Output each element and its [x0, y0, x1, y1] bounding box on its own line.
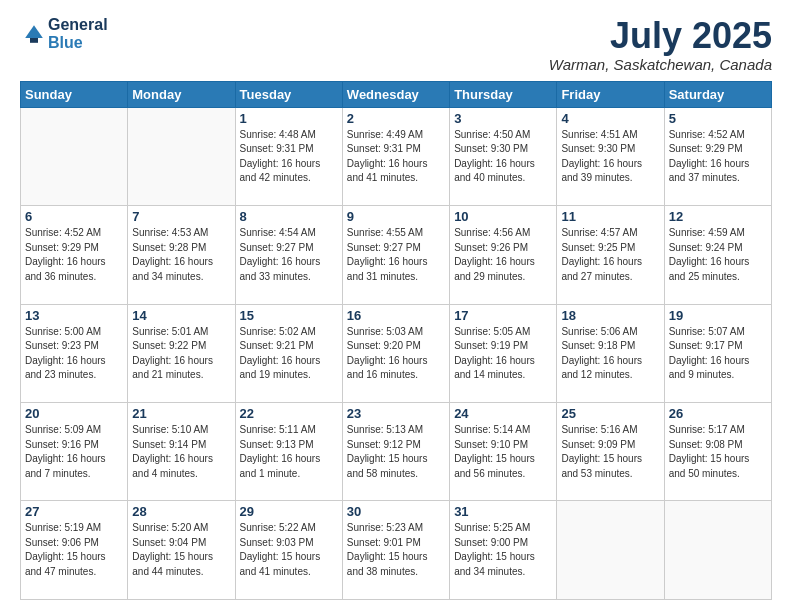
col-monday: Monday: [128, 81, 235, 107]
cell-info: Sunrise: 4:51 AM Sunset: 9:30 PM Dayligh…: [561, 128, 659, 186]
cell-info: Sunrise: 4:52 AM Sunset: 9:29 PM Dayligh…: [25, 226, 123, 284]
calendar-week-row: 1Sunrise: 4:48 AM Sunset: 9:31 PM Daylig…: [21, 107, 772, 205]
logo: General Blue: [20, 16, 108, 51]
day-number: 5: [669, 111, 767, 126]
calendar-header-row: Sunday Monday Tuesday Wednesday Thursday…: [21, 81, 772, 107]
day-number: 18: [561, 308, 659, 323]
table-row: 10Sunrise: 4:56 AM Sunset: 9:26 PM Dayli…: [450, 206, 557, 304]
cell-info: Sunrise: 5:19 AM Sunset: 9:06 PM Dayligh…: [25, 521, 123, 579]
col-sunday: Sunday: [21, 81, 128, 107]
col-thursday: Thursday: [450, 81, 557, 107]
title-block: July 2025 Warman, Saskatchewan, Canada: [549, 16, 772, 73]
logo-general-text: General: [48, 16, 108, 34]
table-row: 3Sunrise: 4:50 AM Sunset: 9:30 PM Daylig…: [450, 107, 557, 205]
day-number: 1: [240, 111, 338, 126]
table-row: [557, 501, 664, 600]
logo-icon: [22, 22, 46, 46]
cell-info: Sunrise: 4:55 AM Sunset: 9:27 PM Dayligh…: [347, 226, 445, 284]
table-row: 7Sunrise: 4:53 AM Sunset: 9:28 PM Daylig…: [128, 206, 235, 304]
cell-info: Sunrise: 4:50 AM Sunset: 9:30 PM Dayligh…: [454, 128, 552, 186]
table-row: 27Sunrise: 5:19 AM Sunset: 9:06 PM Dayli…: [21, 501, 128, 600]
day-number: 8: [240, 209, 338, 224]
table-row: 15Sunrise: 5:02 AM Sunset: 9:21 PM Dayli…: [235, 304, 342, 402]
cell-info: Sunrise: 5:09 AM Sunset: 9:16 PM Dayligh…: [25, 423, 123, 481]
cell-info: Sunrise: 5:06 AM Sunset: 9:18 PM Dayligh…: [561, 325, 659, 383]
day-number: 14: [132, 308, 230, 323]
svg-rect-1: [30, 38, 38, 43]
cell-info: Sunrise: 5:00 AM Sunset: 9:23 PM Dayligh…: [25, 325, 123, 383]
cell-info: Sunrise: 5:16 AM Sunset: 9:09 PM Dayligh…: [561, 423, 659, 481]
col-tuesday: Tuesday: [235, 81, 342, 107]
day-number: 15: [240, 308, 338, 323]
table-row: [128, 107, 235, 205]
header: General Blue July 2025 Warman, Saskatche…: [20, 16, 772, 73]
table-row: 28Sunrise: 5:20 AM Sunset: 9:04 PM Dayli…: [128, 501, 235, 600]
day-number: 22: [240, 406, 338, 421]
day-number: 27: [25, 504, 123, 519]
cell-info: Sunrise: 5:23 AM Sunset: 9:01 PM Dayligh…: [347, 521, 445, 579]
day-number: 9: [347, 209, 445, 224]
calendar-page: General Blue July 2025 Warman, Saskatche…: [0, 0, 792, 612]
table-row: 16Sunrise: 5:03 AM Sunset: 9:20 PM Dayli…: [342, 304, 449, 402]
cell-info: Sunrise: 5:17 AM Sunset: 9:08 PM Dayligh…: [669, 423, 767, 481]
logo-blue-text: Blue: [48, 34, 108, 52]
day-number: 21: [132, 406, 230, 421]
table-row: 26Sunrise: 5:17 AM Sunset: 9:08 PM Dayli…: [664, 403, 771, 501]
day-number: 31: [454, 504, 552, 519]
day-number: 24: [454, 406, 552, 421]
day-number: 16: [347, 308, 445, 323]
day-number: 10: [454, 209, 552, 224]
cell-info: Sunrise: 5:25 AM Sunset: 9:00 PM Dayligh…: [454, 521, 552, 579]
table-row: 30Sunrise: 5:23 AM Sunset: 9:01 PM Dayli…: [342, 501, 449, 600]
col-wednesday: Wednesday: [342, 81, 449, 107]
table-row: 21Sunrise: 5:10 AM Sunset: 9:14 PM Dayli…: [128, 403, 235, 501]
calendar-week-row: 20Sunrise: 5:09 AM Sunset: 9:16 PM Dayli…: [21, 403, 772, 501]
day-number: 20: [25, 406, 123, 421]
table-row: 11Sunrise: 4:57 AM Sunset: 9:25 PM Dayli…: [557, 206, 664, 304]
day-number: 28: [132, 504, 230, 519]
table-row: 29Sunrise: 5:22 AM Sunset: 9:03 PM Dayli…: [235, 501, 342, 600]
table-row: 25Sunrise: 5:16 AM Sunset: 9:09 PM Dayli…: [557, 403, 664, 501]
cell-info: Sunrise: 5:13 AM Sunset: 9:12 PM Dayligh…: [347, 423, 445, 481]
location: Warman, Saskatchewan, Canada: [549, 56, 772, 73]
cell-info: Sunrise: 4:53 AM Sunset: 9:28 PM Dayligh…: [132, 226, 230, 284]
cell-info: Sunrise: 5:22 AM Sunset: 9:03 PM Dayligh…: [240, 521, 338, 579]
day-number: 29: [240, 504, 338, 519]
table-row: 12Sunrise: 4:59 AM Sunset: 9:24 PM Dayli…: [664, 206, 771, 304]
cell-info: Sunrise: 5:01 AM Sunset: 9:22 PM Dayligh…: [132, 325, 230, 383]
cell-info: Sunrise: 4:57 AM Sunset: 9:25 PM Dayligh…: [561, 226, 659, 284]
cell-info: Sunrise: 4:59 AM Sunset: 9:24 PM Dayligh…: [669, 226, 767, 284]
calendar-week-row: 6Sunrise: 4:52 AM Sunset: 9:29 PM Daylig…: [21, 206, 772, 304]
cell-info: Sunrise: 5:20 AM Sunset: 9:04 PM Dayligh…: [132, 521, 230, 579]
day-number: 19: [669, 308, 767, 323]
table-row: 31Sunrise: 5:25 AM Sunset: 9:00 PM Dayli…: [450, 501, 557, 600]
day-number: 23: [347, 406, 445, 421]
col-friday: Friday: [557, 81, 664, 107]
table-row: 5Sunrise: 4:52 AM Sunset: 9:29 PM Daylig…: [664, 107, 771, 205]
day-number: 2: [347, 111, 445, 126]
day-number: 30: [347, 504, 445, 519]
table-row: [21, 107, 128, 205]
table-row: 19Sunrise: 5:07 AM Sunset: 9:17 PM Dayli…: [664, 304, 771, 402]
day-number: 13: [25, 308, 123, 323]
table-row: 17Sunrise: 5:05 AM Sunset: 9:19 PM Dayli…: [450, 304, 557, 402]
table-row: 13Sunrise: 5:00 AM Sunset: 9:23 PM Dayli…: [21, 304, 128, 402]
table-row: 23Sunrise: 5:13 AM Sunset: 9:12 PM Dayli…: [342, 403, 449, 501]
table-row: 4Sunrise: 4:51 AM Sunset: 9:30 PM Daylig…: [557, 107, 664, 205]
table-row: 24Sunrise: 5:14 AM Sunset: 9:10 PM Dayli…: [450, 403, 557, 501]
day-number: 17: [454, 308, 552, 323]
table-row: 22Sunrise: 5:11 AM Sunset: 9:13 PM Dayli…: [235, 403, 342, 501]
calendar-week-row: 27Sunrise: 5:19 AM Sunset: 9:06 PM Dayli…: [21, 501, 772, 600]
calendar-week-row: 13Sunrise: 5:00 AM Sunset: 9:23 PM Dayli…: [21, 304, 772, 402]
table-row: 20Sunrise: 5:09 AM Sunset: 9:16 PM Dayli…: [21, 403, 128, 501]
cell-info: Sunrise: 5:05 AM Sunset: 9:19 PM Dayligh…: [454, 325, 552, 383]
logo-text: General Blue: [48, 16, 108, 51]
cell-info: Sunrise: 5:03 AM Sunset: 9:20 PM Dayligh…: [347, 325, 445, 383]
day-number: 6: [25, 209, 123, 224]
cell-info: Sunrise: 4:56 AM Sunset: 9:26 PM Dayligh…: [454, 226, 552, 284]
month-title: July 2025: [549, 16, 772, 56]
cell-info: Sunrise: 4:54 AM Sunset: 9:27 PM Dayligh…: [240, 226, 338, 284]
table-row: 9Sunrise: 4:55 AM Sunset: 9:27 PM Daylig…: [342, 206, 449, 304]
table-row: 8Sunrise: 4:54 AM Sunset: 9:27 PM Daylig…: [235, 206, 342, 304]
cell-info: Sunrise: 4:52 AM Sunset: 9:29 PM Dayligh…: [669, 128, 767, 186]
